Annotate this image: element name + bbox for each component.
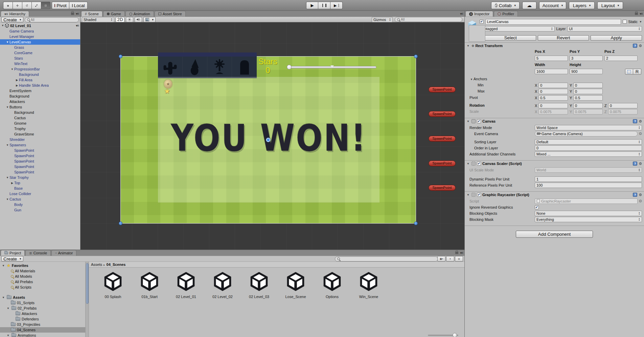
breadcrumb-root[interactable]: Assets: [91, 262, 102, 267]
rect-tool-button[interactable]: [41, 2, 50, 9]
asset-scene-file[interactable]: Lose_Scene: [279, 271, 312, 299]
project-search[interactable]: [335, 256, 438, 261]
tab-game[interactable]: Game: [103, 11, 125, 17]
asset-scene-file[interactable]: 00 Splash: [97, 271, 129, 299]
favorites-item[interactable]: All Scripts: [0, 285, 85, 290]
hierarchy-item[interactable]: Gnome: [0, 121, 80, 126]
help-icon[interactable]: [633, 44, 637, 48]
favorites-item[interactable]: All Materials: [0, 268, 85, 274]
tab-animator[interactable]: ◦◦ Animator: [51, 250, 76, 256]
rotation-x-field[interactable]: 0: [538, 103, 568, 108]
layer-dropdown[interactable]: UI: [567, 26, 642, 31]
expander-icon[interactable]: [469, 78, 474, 81]
expander-icon[interactable]: [5, 144, 9, 147]
shop-slot-gravestone[interactable]: [232, 57, 257, 78]
folder-item[interactable]: Defenders: [0, 316, 85, 322]
expander-icon[interactable]: [466, 44, 470, 47]
pivot-x-field[interactable]: 0.5: [538, 95, 568, 101]
thumbnail-zoom-slider[interactable]: [428, 335, 458, 336]
pos-x-field[interactable]: 5: [535, 56, 568, 61]
scene-search[interactable]: [395, 17, 462, 22]
gear-icon[interactable]: [639, 193, 642, 197]
hierarchy-item[interactable]: Background: [0, 93, 80, 99]
lighting-toggle-button[interactable]: [126, 17, 133, 22]
anchor-min-x-field[interactable]: 0: [538, 83, 568, 88]
expander-icon[interactable]: [5, 176, 9, 179]
tab-hierarchy[interactable]: Hierarchy: [1, 11, 29, 17]
pos-y-field[interactable]: 3: [570, 56, 603, 61]
rotation-y-field[interactable]: 0: [573, 103, 603, 108]
hand-tool-button[interactable]: [3, 2, 13, 9]
tab-animation[interactable]: Animation: [125, 11, 154, 17]
width-field[interactable]: 1600: [535, 69, 568, 74]
anchor-preview-box[interactable]: [469, 25, 485, 42]
asset-scene-file[interactable]: Win_Scene: [352, 271, 385, 299]
anchor-max-x-field[interactable]: 0: [538, 89, 568, 94]
shop-slot-gnome[interactable]: [183, 57, 207, 78]
panel-menu-icon[interactable]: [640, 12, 643, 16]
expander-icon[interactable]: [15, 84, 19, 87]
hierarchy-item[interactable]: SpawnPoint: [0, 164, 80, 169]
hierarchy-item[interactable]: Fill Area: [0, 77, 80, 83]
layout-button[interactable]: Layout: [597, 2, 623, 9]
spawnpoint-gizmo[interactable]: SpawnPoint: [429, 161, 456, 166]
render-mode-dropdown[interactable]: World Space: [535, 125, 642, 130]
panel-menu-icon[interactable]: [76, 12, 79, 16]
gear-icon[interactable]: [639, 119, 642, 124]
folder-item[interactable]: 01_Scripts: [0, 300, 85, 306]
canvas-pivot-handle[interactable]: [266, 138, 270, 142]
hierarchy-item[interactable]: Handle Slide Area: [0, 83, 80, 88]
component-enabled-checkbox[interactable]: [477, 162, 481, 166]
search-by-label-button[interactable]: ◗: [446, 256, 454, 261]
shop-slot-trophy[interactable]: [207, 57, 232, 78]
project-search-input[interactable]: [341, 257, 436, 261]
tab-scene[interactable]: #Scene: [81, 11, 102, 17]
folder-item[interactable]: Animations: [0, 333, 85, 337]
blocking-objects-dropdown[interactable]: None: [535, 211, 642, 216]
play-button[interactable]: ▶: [306, 2, 318, 9]
breadcrumb-current[interactable]: 04_Scenes: [107, 262, 126, 267]
hierarchy-item-selected[interactable]: LevelCanvas: [0, 39, 80, 45]
step-button[interactable]: ▶: [330, 2, 343, 9]
reference-pixels-field[interactable]: 100: [535, 183, 642, 188]
tab-asset-store[interactable]: Asset Store: [155, 11, 186, 17]
account-button[interactable]: Account: [539, 2, 566, 9]
hierarchy-item[interactable]: EventSystem: [0, 88, 80, 93]
rotation-z-field[interactable]: 0: [608, 103, 638, 108]
spawnpoint-gizmo[interactable]: SpawnPoint: [429, 111, 456, 117]
tab-profiler[interactable]: Profiler: [494, 11, 518, 17]
hierarchy-item[interactable]: Top: [0, 180, 80, 186]
lock-icon[interactable]: [455, 252, 458, 254]
hierarchy-item[interactable]: Cactus: [0, 196, 80, 202]
expander-icon[interactable]: [1, 264, 5, 267]
zoom-slider-knob[interactable]: [453, 333, 457, 337]
hierarchy-item[interactable]: SpawnPoint: [0, 159, 80, 164]
prefab-revert-button[interactable]: Revert: [538, 35, 589, 41]
hierarchy-item[interactable]: Level Manager: [0, 34, 80, 39]
anchor-max-y-field[interactable]: 0: [573, 89, 603, 94]
expander-icon[interactable]: [6, 307, 10, 310]
hierarchy-item[interactable]: SpawnPoint: [0, 153, 80, 159]
folder-item[interactable]: 02_Prefabs: [0, 306, 85, 311]
asset-scene-file[interactable]: 01b_Start: [133, 271, 166, 299]
dynamic-pixels-field[interactable]: 1: [535, 176, 642, 182]
scale-z-field[interactable]: 0.0075: [608, 109, 638, 114]
expander-icon[interactable]: [5, 106, 9, 109]
add-component-button[interactable]: Add Component: [516, 231, 593, 238]
asset-scene-file[interactable]: 02 Level_02: [206, 271, 239, 299]
hierarchy-search[interactable]: [25, 17, 79, 22]
hierarchy-item[interactable]: CoreGame: [0, 50, 80, 56]
hierarchy-item[interactable]: Spawners: [0, 142, 80, 148]
project-tree-scrollbar[interactable]: [85, 262, 89, 337]
expander-icon[interactable]: [466, 120, 470, 123]
folder-item[interactable]: 03_Projectiles: [0, 322, 85, 327]
expander-icon[interactable]: [1, 296, 5, 299]
hierarchy-item[interactable]: Body: [0, 202, 80, 207]
hierarchy-item[interactable]: GraveStone: [0, 131, 80, 137]
canvas-handle-top-right[interactable]: [414, 55, 418, 58]
progression-bar[interactable]: [287, 65, 376, 69]
ignore-reversed-graphics-checkbox[interactable]: [535, 205, 539, 209]
local-toggle-button[interactable]: Local: [69, 2, 88, 9]
defender-shop-panel[interactable]: [158, 57, 257, 78]
hierarchy-item[interactable]: SpawnPoint: [0, 148, 80, 153]
